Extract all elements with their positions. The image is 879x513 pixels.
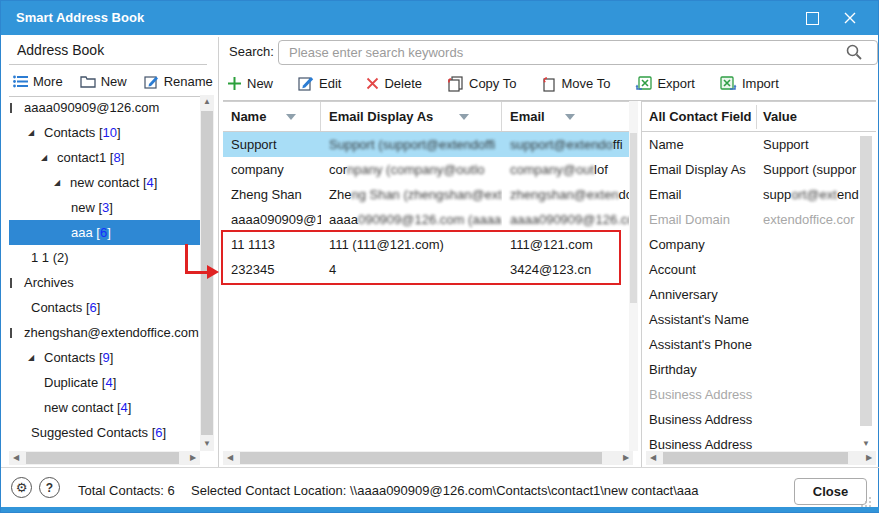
sort-dropdown-icon[interactable] [565, 114, 575, 120]
expand-triangle-icon[interactable]: ◢ [28, 345, 34, 370]
search-input[interactable] [278, 40, 878, 65]
table-header: Name Email Display As Email [223, 101, 629, 132]
edit-pencil-icon [298, 76, 314, 91]
column-header-email[interactable]: Email [502, 102, 629, 131]
settings-button[interactable]: ⚙ [11, 477, 32, 498]
table-cell: Support [223, 132, 321, 157]
tree-item[interactable]: aaa [6] [9, 220, 200, 245]
scrollbar-thumb[interactable] [663, 452, 848, 464]
close-icon [844, 12, 856, 24]
scroll-right-icon[interactable]: ▶ [186, 451, 200, 465]
details-row: Business Address Ci [641, 407, 859, 432]
tree-item[interactable]: new contact [4] [9, 395, 200, 420]
export-button[interactable]: Export [635, 76, 695, 92]
expand-triangle-icon[interactable]: ◢ [41, 145, 47, 170]
sort-dropdown-icon[interactable] [459, 114, 469, 120]
scroll-left-icon[interactable]: ◀ [223, 451, 237, 465]
table-horizontal-scrollbar[interactable]: ◀ ▶ [223, 451, 633, 465]
column-label: Email Display As [329, 109, 433, 124]
tree-item-label: new contact [4] [70, 170, 157, 195]
new-contact-label: New [247, 76, 273, 91]
magnifier-icon[interactable] [846, 44, 862, 60]
table-cell: aaaa090909@126.com [223, 207, 321, 232]
tree-marker-icon[interactable] [10, 328, 12, 338]
scrollbar-thumb[interactable] [860, 136, 872, 426]
table-row[interactable]: SupportSupport (support@extendoffisuppor… [223, 132, 629, 157]
tree-item-label: 1 1 (2) [31, 245, 69, 270]
close-window-button[interactable] [830, 1, 870, 35]
tree-marker-icon[interactable] [10, 278, 12, 288]
tree-item[interactable]: new [3] [9, 195, 200, 220]
details-horizontal-scrollbar[interactable]: ◀ ▶ [646, 451, 876, 465]
tree-item[interactable]: 1 1 (2) [9, 245, 200, 270]
scroll-right-icon[interactable]: ▶ [862, 451, 876, 465]
tree-item[interactable]: Suggested Contacts [6] [9, 420, 200, 445]
tree-item-label: aaaa090909@126.com [24, 95, 159, 120]
details-row: Business Address [641, 382, 859, 407]
scrollbar-thumb[interactable] [630, 133, 637, 303]
tree-item[interactable]: Contacts [6] [9, 295, 200, 320]
tree-item-label: Archives [24, 270, 74, 295]
folder-count: 8 [113, 150, 120, 165]
tree-item-label: Contacts [10] [44, 120, 121, 145]
tree-item[interactable]: ◢Contacts [10] [9, 120, 200, 145]
details-row: Assistant's Phone [641, 332, 859, 357]
move-to-label: Move To [561, 76, 610, 91]
more-button[interactable]: More [13, 74, 63, 89]
expand-triangle-icon[interactable]: ◢ [28, 120, 34, 145]
new-contact-button[interactable]: New [227, 76, 273, 91]
copy-to-button[interactable]: Copy To [447, 76, 516, 92]
tree-item[interactable]: ◢Contacts [9] [9, 345, 200, 370]
tree-item[interactable]: aaaa090909@126.com [9, 95, 200, 120]
scroll-down-icon[interactable]: ▼ [200, 437, 214, 451]
import-button[interactable]: Import [720, 76, 779, 92]
sort-dropdown-icon[interactable] [286, 114, 296, 120]
help-button[interactable]: ? [39, 477, 60, 498]
smart-address-book-window: Smart Address Book Address Book More New [0, 0, 879, 513]
tree-item[interactable]: ◢new contact [4] [9, 170, 200, 195]
folder-count: 6 [90, 300, 97, 315]
expand-triangle-icon[interactable]: ◢ [54, 170, 60, 195]
table-vertical-scrollbar[interactable] [629, 101, 638, 451]
title-bar[interactable]: Smart Address Book [1, 1, 878, 35]
close-button[interactable]: Close [794, 478, 867, 505]
delete-button[interactable]: Delete [366, 76, 422, 91]
search-label: Search: [229, 44, 274, 59]
maximize-button[interactable] [792, 1, 832, 35]
scroll-left-icon[interactable]: ◀ [9, 451, 23, 465]
folder-count: 10 [103, 125, 117, 140]
scroll-up-icon[interactable]: ▲ [200, 95, 214, 109]
table-cell: aaaa090909@126.com (aaaa [321, 207, 502, 232]
import-label: Import [742, 76, 779, 91]
tree-horizontal-scrollbar[interactable]: ◀ ▶ [9, 451, 200, 465]
folder-count: 6 [155, 425, 162, 440]
details-vertical-scrollbar[interactable]: ▼ [859, 132, 873, 453]
rename-button[interactable]: Rename [144, 74, 213, 89]
scroll-down-icon[interactable]: ▼ [859, 437, 873, 451]
details-list: NameSupportEmail Display AsSupport (supp… [641, 132, 859, 453]
edit-button[interactable]: Edit [298, 76, 341, 91]
tree-item[interactable]: Duplicate [4] [9, 370, 200, 395]
table-row[interactable]: aaaa090909@126.comaaaa090909@126.com (aa… [223, 207, 629, 232]
tree-item[interactable]: zhengshan@extendoffice.com [9, 320, 200, 345]
scroll-right-icon[interactable]: ▶ [619, 451, 633, 465]
column-header-email-display-as[interactable]: Email Display As [321, 102, 502, 131]
tree-item[interactable]: ◢contact1 [8] [9, 145, 200, 170]
move-to-button[interactable]: Move To [541, 76, 610, 92]
details-row: Company [641, 232, 859, 257]
maximize-icon [806, 12, 819, 25]
scroll-left-icon[interactable]: ◀ [646, 451, 660, 465]
scrollbar-thumb[interactable] [240, 452, 602, 464]
details-row: Anniversary [641, 282, 859, 307]
tree-item-label: Duplicate [4] [44, 370, 116, 395]
tree-item[interactable]: Archives [9, 270, 200, 295]
table-row[interactable]: Zheng ShanZheng Shan (zhengshan@extzheng… [223, 182, 629, 207]
details-field-label: Email Display As [641, 157, 755, 182]
table-row[interactable]: companycornpany (company@outlocompany@ou… [223, 157, 629, 182]
column-header-name[interactable]: Name [223, 102, 321, 131]
details-field-value [755, 257, 859, 282]
edit-label: Edit [319, 76, 341, 91]
scrollbar-thumb[interactable] [26, 452, 179, 464]
tree-marker-icon[interactable] [10, 103, 12, 113]
new-folder-button[interactable]: New [80, 74, 127, 89]
